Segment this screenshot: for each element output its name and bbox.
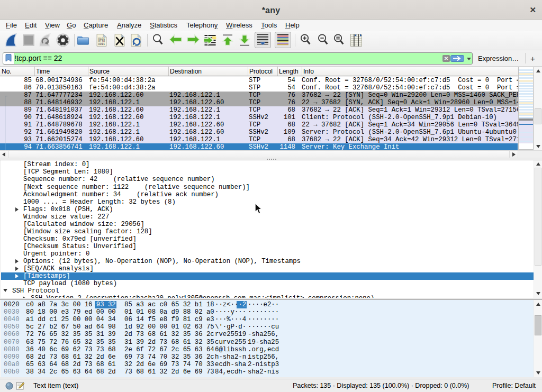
svg-text:0011: 0011 [98,43,105,46]
